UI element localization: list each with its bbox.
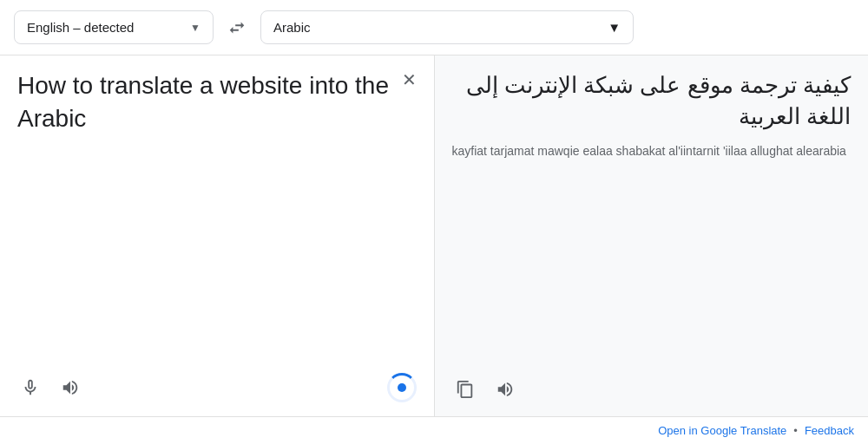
clear-button[interactable]: ✕ bbox=[398, 68, 420, 92]
target-panel: كيفية ترجمة موقع على شبكة الإنترنت إلى ا… bbox=[435, 56, 869, 416]
target-arabic-text: كيفية ترجمة موقع على شبكة الإنترنت إلى ا… bbox=[452, 69, 852, 133]
top-bar: English – detected ▼ Arabic ▼ bbox=[0, 0, 868, 56]
clear-icon: ✕ bbox=[402, 70, 417, 89]
loading-indicator bbox=[387, 373, 417, 402]
target-chevron-icon: ▼ bbox=[608, 20, 621, 35]
target-language-label: Arabic bbox=[273, 20, 311, 35]
open-in-google-translate-button[interactable]: Open in Google Translate bbox=[658, 424, 786, 437]
source-speaker-button[interactable] bbox=[57, 375, 83, 401]
swap-icon bbox=[227, 18, 247, 37]
target-transliteration: kayfiat tarjamat mawqie ealaa shabakat a… bbox=[452, 141, 852, 160]
bottom-bar: Open in Google Translate • Feedback bbox=[0, 416, 868, 444]
source-mic-button[interactable] bbox=[17, 375, 43, 401]
source-panel: How to translate a website into the Arab… bbox=[0, 56, 435, 416]
feedback-button[interactable]: Feedback bbox=[805, 424, 854, 437]
copy-button[interactable] bbox=[452, 376, 478, 402]
mic-icon bbox=[21, 378, 40, 397]
target-speaker-icon bbox=[496, 380, 515, 399]
target-speaker-button[interactable] bbox=[492, 376, 518, 402]
target-language-selector[interactable]: Arabic ▼ bbox=[260, 10, 634, 44]
copy-icon bbox=[456, 380, 475, 399]
swap-languages-button[interactable] bbox=[214, 11, 260, 44]
loading-inner bbox=[398, 383, 406, 392]
speaker-icon bbox=[61, 378, 80, 397]
separator-dot: • bbox=[793, 424, 798, 437]
source-action-icons bbox=[17, 375, 83, 401]
target-bottom-bar bbox=[452, 366, 852, 402]
main-area: How to translate a website into the Arab… bbox=[0, 56, 868, 416]
source-bottom-bar bbox=[17, 362, 417, 402]
source-text: How to translate a website into the Arab… bbox=[17, 69, 417, 362]
source-language-selector[interactable]: English – detected ▼ bbox=[14, 10, 214, 44]
source-language-label: English – detected bbox=[27, 20, 134, 35]
source-chevron-icon: ▼ bbox=[190, 22, 201, 34]
